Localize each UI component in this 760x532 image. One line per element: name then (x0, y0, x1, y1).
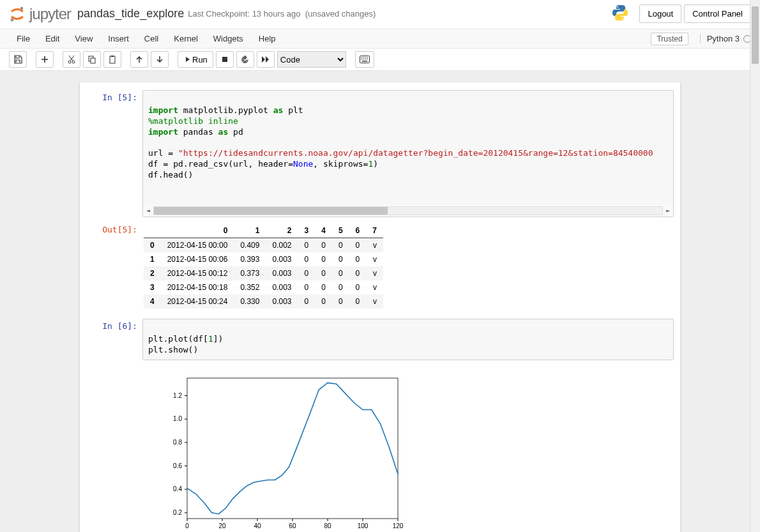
svg-point-5 (72, 61, 75, 63)
svg-point-20 (367, 59, 368, 60)
svg-text:0.4: 0.4 (173, 485, 182, 492)
code-cell[interactable]: In [5]: import matplotlib.pyplot as plt … (80, 89, 680, 221)
svg-point-3 (622, 18, 623, 19)
kernel-indicator[interactable]: Python 3 (700, 34, 751, 43)
cut-button[interactable] (63, 51, 80, 68)
svg-point-18 (363, 59, 364, 60)
svg-text:0.8: 0.8 (173, 438, 182, 445)
plus-icon (41, 56, 49, 63)
scroll-track[interactable] (153, 206, 663, 215)
menu-view[interactable]: View (67, 31, 100, 46)
stop-icon (222, 56, 228, 63)
svg-rect-21 (187, 378, 398, 519)
menu-file[interactable]: File (9, 31, 38, 46)
arrow-down-icon (156, 56, 163, 63)
table-row: 12012-04-15 00:060.3930.0030000v (144, 252, 383, 266)
output-cell: Out[5]: 01 23 45 67 02012-04-15 00:000.4… (80, 221, 680, 317)
table-row: 32012-04-15 00:180.3520.0030000v (144, 280, 383, 294)
menu-help[interactable]: Help (251, 31, 284, 46)
svg-point-2 (617, 6, 618, 8)
svg-point-13 (361, 57, 362, 58)
svg-text:60: 60 (289, 522, 296, 529)
code-input[interactable]: import matplotlib.pyplot as plt %matplot… (142, 90, 674, 217)
paste-button[interactable] (103, 51, 121, 68)
cell-type-select[interactable]: Code (277, 51, 346, 68)
menu-bar: File Edit View Insert Cell Kernel Widget… (0, 29, 760, 49)
menu-cell[interactable]: Cell (137, 31, 166, 46)
copy-icon (87, 55, 96, 64)
notebook-container: In [5]: import matplotlib.pyplot as plt … (80, 82, 680, 532)
save-icon (13, 55, 22, 64)
svg-text:120: 120 (393, 522, 404, 529)
notebook-name[interactable]: pandas_tide_explore (77, 7, 184, 20)
brand-text: jupyter (29, 5, 71, 23)
trusted-button[interactable]: Trusted (651, 33, 688, 45)
horizontal-scrollbar[interactable]: ◄ ► (143, 205, 673, 217)
output-cell: 0.20.40.60.81.01.2020406080100120 (80, 364, 680, 532)
table-row: 02012-04-15 00:000.4090.0020000v (144, 238, 383, 252)
code-cell[interactable]: In [6]: plt.plot(df[1]) plt.show() (80, 317, 680, 364)
arrow-up-icon (135, 56, 143, 63)
scroll-left-icon[interactable]: ◄ (143, 206, 153, 215)
svg-point-16 (367, 57, 368, 58)
rotate-icon (241, 56, 249, 64)
vertical-scrollbar[interactable] (750, 0, 760, 532)
code-input[interactable]: plt.plot(df[1]) plt.show() (142, 319, 674, 360)
scroll-right-icon[interactable]: ► (663, 206, 673, 215)
notebook-scroll-area[interactable]: In [5]: import matplotlib.pyplot as plt … (0, 71, 760, 532)
svg-point-1 (10, 18, 13, 21)
dataframe-table: 01 23 45 67 02012-04-15 00:000.4090.0020… (144, 224, 383, 308)
table-row: 22012-04-15 00:120.3730.0030000v (144, 266, 383, 280)
svg-rect-7 (91, 58, 95, 63)
svg-rect-9 (111, 56, 114, 57)
keyboard-icon (360, 56, 370, 63)
svg-text:0.6: 0.6 (173, 462, 182, 469)
menu-widgets[interactable]: Widgets (206, 31, 251, 46)
menu-kernel[interactable]: Kernel (166, 31, 206, 46)
restart-button[interactable] (236, 51, 254, 68)
table-row: 42012-04-15 00:240.3300.0030000v (144, 294, 383, 308)
svg-rect-10 (222, 57, 227, 62)
svg-point-17 (361, 59, 362, 60)
in-prompt: In [6]: (86, 319, 142, 360)
in-prompt: In [5]: (86, 90, 142, 217)
python-logo-icon (611, 4, 629, 24)
copy-button[interactable] (83, 51, 101, 68)
menu-edit[interactable]: Edit (38, 31, 67, 46)
svg-rect-12 (362, 61, 367, 62)
dataframe-output: 01 23 45 67 02012-04-15 00:000.4090.0020… (142, 222, 674, 314)
svg-point-15 (365, 57, 366, 58)
menu-insert[interactable]: Insert (100, 31, 137, 46)
checkpoint-status: Last Checkpoint: 13 hours ago (unsaved c… (188, 9, 376, 19)
logout-button[interactable]: Logout (639, 4, 681, 23)
run-button[interactable]: Run (178, 51, 213, 68)
run-icon (183, 56, 190, 63)
save-button[interactable] (9, 51, 27, 68)
paste-icon (108, 55, 117, 64)
command-palette-button[interactable] (355, 51, 374, 68)
jupyter-logo[interactable]: jupyter (9, 5, 71, 23)
control-panel-button[interactable]: Control Panel (684, 4, 751, 23)
svg-text:100: 100 (358, 522, 369, 529)
kernel-name: Python 3 (707, 34, 740, 43)
run-label: Run (192, 55, 208, 65)
svg-text:40: 40 (254, 522, 261, 529)
notebook-header: jupyter pandas_tide_explore Last Checkpo… (0, 0, 760, 29)
move-up-button[interactable] (130, 51, 148, 68)
add-cell-button[interactable] (36, 51, 54, 68)
plot-output: 0.20.40.60.81.01.2020406080100120 (142, 365, 674, 532)
move-down-button[interactable] (151, 51, 169, 68)
matplotlib-chart: 0.20.40.60.81.01.2020406080100120 (162, 372, 404, 532)
svg-point-19 (365, 59, 366, 60)
fast-forward-icon (261, 56, 270, 63)
scroll-thumb[interactable] (752, 6, 759, 64)
svg-text:0: 0 (185, 522, 189, 529)
restart-run-all-button[interactable] (257, 51, 275, 68)
svg-text:0.2: 0.2 (173, 508, 182, 515)
scroll-thumb[interactable] (154, 207, 388, 215)
empty-prompt (86, 365, 142, 532)
svg-text:1.0: 1.0 (173, 415, 182, 422)
svg-point-14 (363, 57, 364, 58)
interrupt-button[interactable] (216, 51, 234, 68)
svg-text:80: 80 (324, 522, 331, 529)
